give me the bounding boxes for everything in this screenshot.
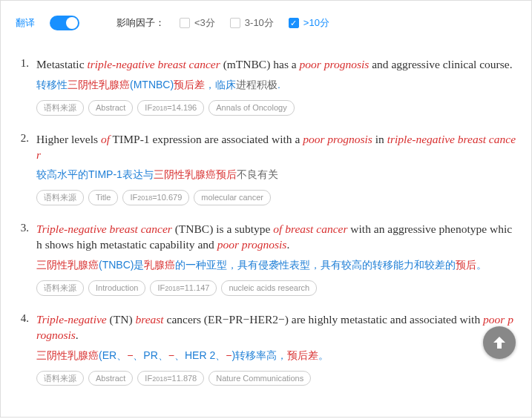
entry-body: Metastatic triple-negative breast cancer…: [36, 57, 516, 116]
text-span: 。: [476, 259, 487, 271]
text-span: 转移性: [36, 79, 68, 90]
highlight-term: poor prognosis: [300, 58, 370, 70]
translate-toggle[interactable]: [50, 16, 79, 30]
highlight-term: 预后差: [287, 349, 318, 361]
filter-header: 翻译 影响因子： <3分 3-10分 ✓ >10分: [16, 8, 516, 44]
text-span: .: [286, 238, 289, 251]
highlight-term: breast: [135, 313, 163, 326]
entry-body: Triple-negative (TN) breast cancers (ER−…: [36, 312, 516, 386]
text-span: (TNBC) is a subtype: [172, 222, 273, 235]
highlight-term: 三阴性乳腺癌: [36, 259, 99, 271]
result-entry: 4.Triple-negative (TN) breast cancers (E…: [16, 312, 516, 386]
entry-number: 3.: [16, 222, 29, 296]
metadata-tag[interactable]: IF2018=11.147: [150, 280, 217, 296]
text-span: 较高水平的TIMP-1表达与: [36, 168, 154, 180]
metadata-tag[interactable]: Title: [88, 190, 118, 205]
tag-row: 语料来源AbstractIF2018=11.878Nature Communic…: [36, 371, 516, 386]
metadata-tag[interactable]: 语料来源: [36, 100, 84, 116]
highlight-term: poor prognosis: [303, 133, 372, 145]
entry-number: 4.: [16, 312, 29, 386]
entry-body: Triple-negative breast cancer (TNBC) is …: [36, 222, 516, 296]
metadata-tag[interactable]: 语料来源: [36, 280, 84, 296]
english-sentence: Triple-negative (TN) breast cancers (ER−…: [36, 312, 516, 343]
text-span: Higher levels: [36, 133, 101, 145]
entry-body: Higher levels of TIMP-1 expression are a…: [36, 132, 516, 206]
checkbox-icon: [180, 18, 190, 28]
highlight-term: of: [101, 133, 110, 145]
result-entry: 2.Higher levels of TIMP-1 expression are…: [16, 132, 516, 206]
chinese-translation: 三阴性乳腺癌(ER、−、PR、−、HER 2、−)转移率高，预后差。: [36, 348, 516, 363]
highlight-term: 三阴性乳腺癌预后: [154, 168, 237, 180]
filter-label: 3-10分: [245, 16, 274, 30]
text-span: 。: [318, 349, 329, 361]
chinese-translation: 较高水平的TIMP-1表达与三阴性乳腺癌预后不良有关: [36, 167, 516, 182]
text-span: 不良有关: [237, 168, 278, 180]
english-sentence: Higher levels of TIMP-1 expression are a…: [36, 132, 516, 163]
metadata-tag[interactable]: Nature Communications: [208, 371, 311, 386]
text-span: TIMP-1 expression are associated with a: [110, 133, 303, 145]
highlight-term: 三阴性乳腺癌: [68, 79, 130, 90]
result-entry: 3.Triple-negative breast cancer (TNBC) i…: [16, 222, 516, 296]
highlight-term: poor prognosis: [217, 238, 287, 251]
arrow-up-icon: [490, 334, 508, 352]
text-span: in: [372, 133, 387, 145]
highlight-term: 三阴性乳腺癌: [36, 349, 99, 361]
metadata-tag[interactable]: Annals of Oncology: [208, 100, 294, 116]
text-span: .: [278, 79, 280, 90]
metadata-tag[interactable]: Introduction: [88, 280, 145, 296]
text-span: 进程积极: [236, 79, 278, 90]
metadata-tag[interactable]: IF2018=14.196: [137, 100, 204, 116]
text-span: (MTNBC): [130, 79, 174, 90]
impact-factor-label: 影响因子：: [116, 16, 165, 30]
result-entry: 1.Metastatic triple-negative breast canc…: [16, 57, 516, 116]
text-span: 的一种亚型，具有侵袭性表型，具有较高的转移能力和较差的: [175, 259, 456, 271]
scroll-top-button[interactable]: [483, 326, 516, 359]
results-list: 1.Metastatic triple-negative breast canc…: [16, 57, 516, 386]
filter-lt3[interactable]: <3分: [180, 16, 215, 30]
highlight-term: 预后差: [174, 79, 205, 90]
metadata-tag[interactable]: nucleic acids research: [221, 280, 317, 296]
highlight-term: triple-negative breast cancer: [87, 58, 220, 70]
filter-3to10[interactable]: 3-10分: [230, 16, 274, 30]
text-span: (ER、: [99, 349, 127, 361]
tag-row: 语料来源TitleIF2018=10.679molecular cancer: [36, 190, 516, 205]
chinese-translation: 三阴性乳腺癌(TNBC)是乳腺癌的一种亚型，具有侵袭性表型，具有较高的转移能力和…: [36, 257, 516, 273]
checkbox-checked-icon: ✓: [289, 18, 299, 28]
highlight-term: −: [168, 349, 174, 361]
highlight-term: Triple-negative breast cancer: [36, 222, 172, 235]
english-sentence: Metastatic triple-negative breast cancer…: [36, 57, 516, 73]
tag-row: 语料来源AbstractIF2018=14.196Annals of Oncol…: [36, 100, 516, 116]
text-span: .: [76, 329, 79, 341]
text-span: (TNBC)是: [99, 259, 144, 271]
text-span: 、HER 2、: [174, 349, 226, 361]
metadata-tag[interactable]: molecular cancer: [194, 190, 271, 205]
text-span: )转移率高，: [231, 349, 287, 361]
metadata-tag[interactable]: 语料来源: [36, 190, 84, 205]
chinese-translation: 转移性三阴性乳腺癌(MTNBC)预后差，临床进程积极.: [36, 77, 516, 93]
entry-number: 1.: [16, 57, 29, 116]
highlight-term: Triple-negative: [36, 313, 107, 326]
metadata-tag[interactable]: Abstract: [88, 100, 133, 116]
text-span: (mTNBC) has a: [220, 58, 300, 70]
text-span: and aggressive clinical course.: [369, 58, 512, 70]
text-span: (TN): [107, 313, 136, 326]
text-span: ，临床: [205, 79, 236, 90]
filter-label: <3分: [194, 16, 215, 30]
highlight-term: of breast cancer: [273, 222, 347, 235]
translate-label: 翻译: [16, 16, 35, 30]
metadata-tag[interactable]: IF2018=10.679: [122, 190, 189, 205]
entry-number: 2.: [16, 132, 29, 206]
filter-label: >10分: [303, 16, 329, 30]
highlight-term: 乳腺癌: [144, 259, 175, 271]
metadata-tag[interactable]: IF2018=11.878: [137, 371, 204, 386]
highlight-term: 预后: [456, 259, 476, 271]
filter-gt10[interactable]: ✓ >10分: [289, 16, 329, 30]
metadata-tag[interactable]: 语料来源: [36, 371, 84, 386]
text-span: cancers (ER−PR−HER2−) are highly metasta…: [164, 313, 483, 326]
text-span: 、PR、: [133, 349, 168, 361]
english-sentence: Triple-negative breast cancer (TNBC) is …: [36, 222, 516, 253]
text-span: Metastatic: [36, 58, 87, 70]
checkbox-icon: [230, 18, 240, 28]
tag-row: 语料来源IntroductionIF2018=11.147nucleic aci…: [36, 280, 516, 296]
metadata-tag[interactable]: Abstract: [88, 371, 133, 386]
